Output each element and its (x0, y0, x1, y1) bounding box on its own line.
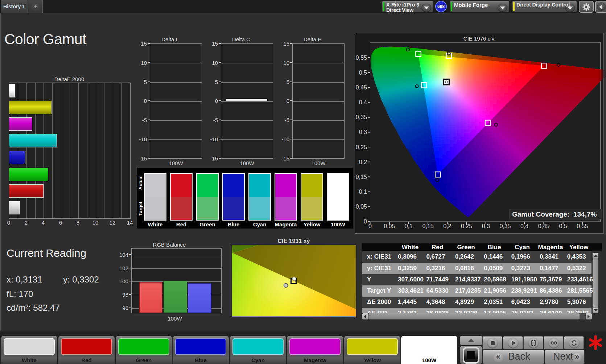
svg-text:0,35: 0,35 (499, 223, 511, 229)
svg-text:0,2: 0,2 (443, 223, 451, 229)
svg-text:0,1: 0,1 (405, 223, 413, 229)
svg-text:0,55: 0,55 (356, 55, 367, 61)
svg-text:0,05: 0,05 (356, 204, 367, 210)
svg-text:0,25: 0,25 (461, 223, 472, 229)
svg-text:0,4: 0,4 (520, 223, 528, 229)
svg-text:0,2: 0,2 (359, 159, 367, 165)
svg-text:0,45: 0,45 (356, 84, 367, 91)
svg-text:0: 0 (368, 223, 372, 229)
svg-text:0: 0 (364, 218, 367, 225)
svg-text:0,15: 0,15 (422, 223, 434, 229)
svg-text:0,15: 0,15 (356, 174, 367, 180)
svg-text:Gamut Coverage: 134,7%: Gamut Coverage: 134,7% (512, 210, 597, 218)
svg-text:0,5: 0,5 (359, 70, 367, 76)
svg-text:0,45: 0,45 (538, 223, 549, 229)
svg-text:0,1: 0,1 (359, 189, 367, 195)
svg-text:0,3: 0,3 (359, 129, 367, 135)
svg-text:0,25: 0,25 (356, 144, 367, 150)
svg-text:0,3: 0,3 (482, 223, 490, 229)
svg-text:0,55: 0,55 (577, 223, 588, 229)
svg-text:0,5: 0,5 (559, 223, 567, 229)
svg-text:0,35: 0,35 (356, 114, 367, 120)
svg-text:CIE 1976 u'v': CIE 1976 u'v' (463, 35, 495, 42)
svg-text:0,4: 0,4 (359, 99, 367, 105)
svg-text:0,05: 0,05 (384, 223, 395, 229)
